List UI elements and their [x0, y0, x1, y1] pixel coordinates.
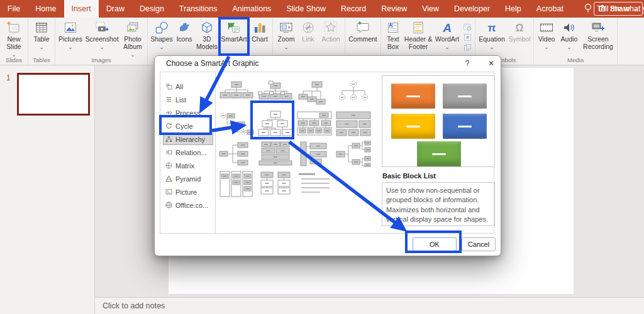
smartart-layout-thumbnail[interactable] [295, 78, 334, 109]
tab-insert[interactable]: Insert [64, 0, 99, 18]
process-category-icon [165, 109, 172, 116]
picture-category-icon [165, 188, 172, 195]
category-picture[interactable]: Picture [163, 186, 213, 198]
layout-name: Basic Block List [382, 172, 495, 180]
button-label: Shapes [150, 36, 173, 43]
smartart-dialog: Choose a SmartArt Graphic ? ✕ All List P… [154, 55, 501, 256]
slide-thumbnail[interactable] [17, 73, 90, 116]
photo-album-button[interactable]: Photo Album [119, 19, 146, 57]
chevron-down-icon [445, 43, 450, 48]
cancel-button[interactable]: Cancel [462, 237, 496, 251]
smartart-layout-thumbnail[interactable] [295, 109, 334, 139]
preview-block-green [417, 141, 461, 166]
text-box-icon: A [386, 19, 401, 36]
hierarchy-category-icon [165, 136, 172, 143]
layout-description: Use to show non-sequential or grouped bl… [382, 182, 495, 226]
tab-slide-show[interactable]: Slide Show [279, 0, 333, 18]
wordart-button[interactable]: A WordArt [433, 19, 462, 57]
button-label: SmartArt [221, 36, 247, 43]
tab-home[interactable]: Home [28, 0, 64, 18]
smartart-layout-thumbnail[interactable] [217, 78, 256, 109]
button-label: Symbol [508, 36, 530, 43]
smartart-layout-thumbnail-selected[interactable] [256, 109, 295, 139]
dialog-help-button[interactable]: ? [459, 57, 475, 70]
button-label: Screenshot [85, 36, 118, 43]
pyramid-category-icon [165, 175, 172, 182]
pictures-button[interactable]: Pictures [57, 19, 84, 57]
category-label: Relation... [175, 149, 207, 156]
table-button[interactable]: Table [30, 19, 53, 57]
share-button[interactable]: Share [594, 2, 643, 16]
smartart-layout-thumbnail[interactable] [295, 169, 334, 199]
tab-review[interactable]: Review [374, 0, 414, 18]
smartart-layout-thumbnail[interactable] [334, 139, 373, 169]
tab-design[interactable]: Design [132, 0, 172, 18]
screen-recording-button[interactable]: Screen Recording [580, 19, 616, 57]
audio-button[interactable]: Audio [558, 19, 580, 57]
new-slide-button[interactable]: New Slide [1, 19, 26, 57]
button-label: Text Box [382, 36, 404, 51]
video-button[interactable]: Video [535, 19, 558, 57]
equation-button[interactable]: π Equation [477, 19, 507, 57]
chevron-down-icon [284, 43, 289, 48]
tab-animations[interactable]: Animations [225, 0, 279, 18]
category-hierarchy[interactable]: Hierarchy [163, 133, 213, 145]
screenshot-button[interactable]: Screenshot [84, 19, 119, 57]
button-label: WordArt [435, 36, 459, 43]
tab-help[interactable]: Help [497, 0, 529, 18]
photo-album-icon [125, 19, 140, 36]
category-matrix[interactable]: Matrix [163, 160, 213, 171]
tab-draw[interactable]: Draw [99, 0, 132, 18]
category-relationship[interactable]: Relation... [163, 146, 213, 158]
smartart-button[interactable]: SmartArt [219, 19, 248, 57]
category-label: All [175, 83, 183, 90]
header-footer-button[interactable]: Header & Footer [404, 19, 433, 57]
smartart-layout-thumbnail[interactable] [295, 139, 334, 169]
ok-button[interactable]: OK [413, 237, 457, 251]
pictures-icon [63, 19, 78, 36]
category-label: Office.co... [175, 202, 208, 209]
text-box-button[interactable]: A Text Box [382, 19, 404, 57]
slides-panel: 1 [0, 65, 95, 314]
date-time-icon[interactable] [463, 23, 472, 32]
tab-transitions[interactable]: Transitions [172, 0, 225, 18]
comment-button[interactable]: Comment [347, 19, 379, 57]
smartart-layout-thumbnail[interactable] [256, 139, 295, 169]
all-category-icon [165, 83, 172, 90]
svg-text:A: A [442, 21, 452, 35]
dialog-close-button[interactable]: ✕ [483, 57, 499, 70]
button-label: Icons [176, 36, 192, 43]
icons-button[interactable]: Icons [174, 19, 194, 57]
category-label: Picture [175, 188, 197, 196]
category-process[interactable]: Process [163, 107, 213, 119]
chart-button[interactable]: Chart [248, 19, 271, 57]
smartart-layout-thumbnail[interactable] [334, 109, 373, 139]
svg-text:A: A [389, 23, 392, 27]
tab-record[interactable]: Record [333, 0, 374, 18]
chevron-down-icon [544, 43, 549, 48]
3d-models-button[interactable]: 3D Models [194, 19, 219, 57]
category-pyramid[interactable]: Pyramid [163, 173, 213, 185]
category-all[interactable]: All [163, 80, 213, 92]
category-list-item[interactable]: List [163, 94, 213, 106]
tab-developer[interactable]: Developer [447, 0, 497, 18]
slide-number-icon[interactable]: # [463, 33, 472, 42]
shapes-button[interactable]: Shapes [149, 19, 174, 57]
screenshot-icon [94, 19, 109, 36]
tab-acrobat[interactable]: Acrobat [529, 0, 571, 18]
zoom-button[interactable]: Zoom [274, 19, 298, 57]
smartart-layout-thumbnail[interactable] [217, 109, 256, 139]
category-cycle[interactable]: Cycle [163, 120, 213, 132]
tab-file[interactable]: File [0, 0, 28, 18]
smartart-layout-thumbnail[interactable] [217, 169, 256, 199]
notes-pane[interactable]: Click to add notes [95, 297, 644, 314]
smartart-layout-thumbnail[interactable] [334, 78, 373, 109]
smartart-layout-thumbnail[interactable] [217, 139, 256, 169]
category-office-com[interactable]: Office.co... [163, 199, 213, 211]
chevron-down-icon [11, 51, 16, 56]
object-icon[interactable] [463, 43, 472, 52]
smartart-layout-thumbnail[interactable] [256, 78, 295, 109]
button-label: Equation [479, 36, 504, 43]
smartart-layout-thumbnail[interactable] [256, 169, 295, 199]
tab-view[interactable]: View [414, 0, 447, 18]
